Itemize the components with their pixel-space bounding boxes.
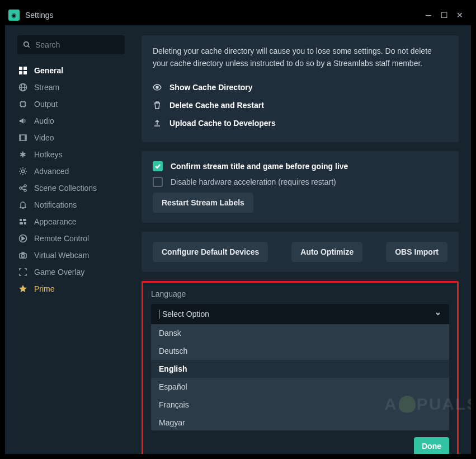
content-area: General Stream Output Audio Video ✱ Hotk…: [5, 25, 471, 454]
sidebar-item-label: Audio: [34, 116, 54, 125]
cache-panel: Deleting your cache directory will cause…: [142, 35, 459, 142]
svg-line-30: [22, 189, 24, 190]
configure-default-devices-button[interactable]: Configure Default Devices: [153, 242, 268, 262]
sidebar-item-output[interactable]: Output: [17, 96, 125, 113]
maximize-button[interactable]: ☐: [436, 7, 452, 23]
svg-point-28: [24, 189, 26, 191]
obs-import-button[interactable]: OBS Import: [386, 242, 447, 262]
sidebar-item-label: Output: [34, 100, 58, 109]
sidebar-item-label: General: [34, 66, 63, 75]
stream-checks-panel: Confirm stream title and game before goi…: [142, 151, 459, 223]
svg-rect-9: [21, 102, 25, 106]
sidebar-item-video[interactable]: Video: [17, 129, 125, 146]
svg-point-0: [24, 42, 29, 46]
asterisk-icon: ✱: [17, 150, 29, 159]
svg-point-38: [22, 255, 25, 257]
svg-rect-32: [20, 219, 22, 221]
language-option-magyar[interactable]: Magyar: [151, 414, 449, 430]
expand-icon: [17, 268, 29, 277]
disable-hw-checkbox-row[interactable]: Disable hardware acceleration (requires …: [153, 177, 447, 187]
minimize-button[interactable]: ─: [421, 7, 436, 23]
svg-rect-3: [23, 67, 27, 70]
main-panel: Deleting your cache directory will cause…: [133, 25, 471, 454]
auto-optimize-button[interactable]: Auto Optimize: [291, 242, 362, 262]
action-buttons-panel: Configure Default Devices Auto Optimize …: [142, 232, 459, 272]
language-option-deutsch[interactable]: Deutsch: [151, 342, 449, 360]
svg-line-29: [22, 186, 24, 188]
svg-point-40: [156, 86, 158, 88]
sidebar-item-appearance[interactable]: Appearance: [17, 213, 125, 230]
language-option-dansk[interactable]: Dansk: [151, 324, 449, 342]
sidebar-item-remote-control[interactable]: Remote Control: [17, 230, 125, 247]
star-icon: [17, 284, 29, 293]
sidebar-item-prime[interactable]: Prime: [17, 280, 125, 297]
confirm-stream-checkbox-row[interactable]: Confirm stream title and game before goi…: [153, 161, 447, 171]
delete-cache-button[interactable]: Delete Cache and Restart: [153, 96, 447, 114]
grid-icon: [17, 66, 29, 75]
disable-hw-label: Disable hardware acceleration (requires …: [171, 177, 336, 186]
camera-icon: [17, 251, 29, 260]
svg-rect-4: [19, 71, 22, 74]
trash-icon: [153, 101, 165, 110]
svg-line-1: [28, 46, 30, 48]
sidebar-item-hotkeys[interactable]: ✱ Hotkeys: [17, 146, 125, 163]
play-icon: [17, 234, 29, 243]
language-option-espanol[interactable]: Español: [151, 378, 449, 396]
language-panel: Language Select Option Dansk Deutsch Eng…: [142, 281, 459, 454]
svg-rect-2: [19, 67, 22, 70]
film-icon: [17, 133, 29, 142]
bell-icon: [17, 200, 29, 209]
toggles-icon: [17, 217, 29, 226]
language-select[interactable]: Select Option: [151, 304, 449, 324]
svg-point-27: [24, 185, 26, 187]
close-button[interactable]: ✕: [452, 7, 468, 23]
sidebar-item-game-overlay[interactable]: Game Overlay: [17, 264, 125, 280]
globe-icon: [17, 83, 29, 92]
sidebar: General Stream Output Audio Video ✱ Hotk…: [5, 25, 133, 454]
svg-rect-39: [22, 252, 24, 254]
sidebar-item-advanced[interactable]: Advanced: [17, 163, 125, 180]
search-icon: [23, 41, 31, 49]
volume-icon: [17, 116, 29, 125]
language-option-english[interactable]: English: [151, 360, 449, 378]
app-icon: ◉: [8, 10, 20, 21]
language-option-francais[interactable]: Français: [151, 396, 449, 414]
checkbox-checked-icon: [153, 161, 163, 171]
window-title: Settings: [25, 11, 54, 20]
svg-point-25: [22, 170, 25, 173]
show-cache-directory-button[interactable]: Show Cache Directory: [153, 78, 447, 96]
checkbox-unchecked-icon: [153, 177, 163, 187]
sidebar-item-stream[interactable]: Stream: [17, 79, 125, 96]
titlebar: ◉ Settings ─ ☐ ✕: [5, 5, 471, 25]
done-button[interactable]: Done: [414, 437, 449, 454]
share-icon: [17, 184, 29, 193]
svg-point-26: [20, 187, 22, 189]
gear-icon: [17, 167, 29, 176]
sidebar-item-virtual-webcam[interactable]: Virtual Webcam: [17, 247, 125, 264]
select-placeholder: Select Option: [162, 310, 209, 319]
sidebar-item-general[interactable]: General: [17, 62, 125, 79]
sidebar-item-label: Hotkeys: [34, 150, 63, 159]
sidebar-item-scene-collections[interactable]: Scene Collections: [17, 180, 125, 196]
svg-rect-35: [24, 222, 26, 224]
sidebar-item-label: Appearance: [34, 217, 77, 226]
svg-rect-33: [23, 219, 26, 221]
sidebar-item-label: Virtual Webcam: [34, 251, 89, 260]
search-input[interactable]: [35, 40, 119, 49]
settings-window: ◉ Settings ─ ☐ ✕ General Stream Output: [4, 4, 472, 455]
sidebar-item-label: Game Overlay: [34, 268, 84, 277]
eye-icon: [153, 83, 165, 92]
sidebar-item-audio[interactable]: Audio: [17, 113, 125, 129]
svg-rect-34: [20, 222, 23, 224]
restart-stream-labels-button[interactable]: Restart Stream Labels: [153, 193, 253, 213]
upload-cache-button[interactable]: Upload Cache to Developers: [153, 114, 447, 132]
sidebar-item-label: Scene Collections: [34, 184, 97, 193]
sidebar-item-label: Notifications: [34, 200, 77, 209]
sidebar-item-label: Advanced: [34, 167, 69, 176]
cache-warning-text: Deleting your cache directory will cause…: [153, 45, 447, 69]
search-box[interactable]: [17, 35, 125, 54]
language-options-list: Dansk Deutsch English Español Français M…: [151, 324, 449, 430]
sidebar-item-notifications[interactable]: Notifications: [17, 196, 125, 213]
chip-icon: [17, 100, 29, 109]
sidebar-item-label: Prime: [34, 284, 55, 293]
